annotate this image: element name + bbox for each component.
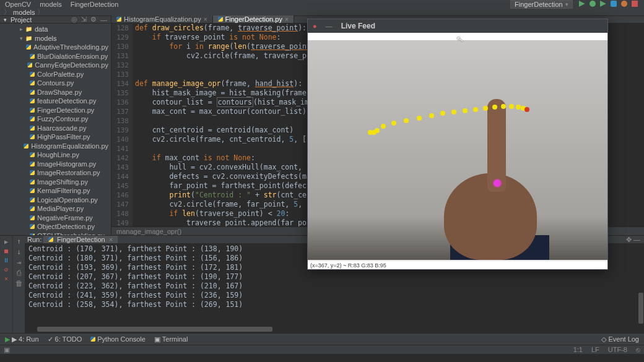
tree-file[interactable]: AdaptiveThresholding.py — [0, 43, 111, 52]
event-log[interactable]: ◇ Event Log — [601, 335, 639, 343]
wheel-icon[interactable] — [621, 1, 627, 7]
tree-file[interactable]: FuzzyContour.py — [0, 114, 111, 124]
close-window-icon[interactable]: ● — [313, 22, 317, 30]
pause-icon[interactable]: ⏸ — [3, 257, 9, 264]
tree-file[interactable]: NegativeFrame.py — [0, 213, 111, 223]
tree-file[interactable]: ImageRestoration.py — [0, 168, 111, 178]
attach-icon[interactable] — [611, 1, 617, 7]
close-icon[interactable]: × — [4, 275, 8, 282]
tree-file[interactable]: HoughLine.py — [0, 150, 111, 160]
hide-icon[interactable]: — — [100, 16, 107, 24]
tree-arrow-icon[interactable]: ▸ — [20, 26, 23, 32]
tree-file[interactable]: Haarcascade.py — [0, 124, 111, 133]
close-icon[interactable]: × — [285, 16, 289, 23]
run-icon[interactable] — [579, 1, 585, 7]
tree-file[interactable]: Contours.py — [0, 79, 111, 88]
tree-file[interactable]: MediaPlayer.py — [0, 204, 111, 213]
rerun-icon[interactable]: ▶ — [4, 238, 8, 245]
tree-file[interactable]: ColorPalette.py — [0, 70, 111, 79]
tree-label: DrawShape.py — [37, 88, 82, 96]
trail-dot — [375, 128, 380, 133]
aim-icon[interactable]: ◎ — [71, 15, 77, 24]
gear-icon[interactable]: ⚙ — [90, 15, 97, 24]
exit-icon[interactable]: ⊘ — [4, 266, 8, 273]
tree-file[interactable]: ObjectDetection.py — [0, 222, 111, 231]
tree-file[interactable]: HistogramEqualization.py — [0, 142, 111, 151]
lock-icon[interactable]: ⎋ — [636, 346, 640, 353]
caret-pos: 1:1 — [573, 346, 583, 353]
wrap-icon[interactable]: ⇥ — [17, 258, 21, 267]
run-tab[interactable]: FingerDetection × — [43, 236, 118, 243]
tool-terminal[interactable]: ▣ Terminal — [154, 335, 188, 343]
tree-file[interactable]: HighPassFilter.py — [0, 132, 111, 142]
debug-icon[interactable] — [590, 1, 596, 7]
tree-label: LogicalOperation.py — [37, 196, 98, 204]
down-icon[interactable]: ↓ — [17, 248, 21, 256]
tree-label: ObjectDetection.py — [37, 223, 95, 230]
trail-dot — [404, 118, 409, 123]
crumb-sep: 〉 — [4, 7, 11, 17]
close-icon[interactable]: × — [204, 16, 207, 23]
python-icon — [26, 45, 31, 50]
window-titlebar[interactable]: ● — Live Feed — [308, 19, 607, 33]
tree-file[interactable]: featureDetection.py — [0, 97, 111, 106]
editor-tab[interactable]: HistogramEqualization.py × — [111, 15, 213, 23]
status-bar: ▣ 1:1 LF UTF-8 ⎋ — [0, 345, 644, 354]
trash-icon[interactable]: 🗑 — [15, 279, 23, 288]
crumb-item[interactable]: models — [13, 9, 35, 16]
scrollbar-horiz[interactable] — [37, 327, 272, 332]
tool-run[interactable]: ▶ ▶ 4: Run — [5, 335, 39, 343]
tool-pyconsole[interactable]: Python Console — [90, 335, 146, 343]
run-gutter-icons: ▶ ■ ⏸ ⊘ × — [0, 236, 12, 333]
tree-label: FingerDetection.py — [37, 106, 94, 114]
nav-crumbs: 〉 models 〉 — [0, 9, 644, 16]
trail-dot — [483, 106, 488, 111]
up-icon[interactable]: ↑ — [17, 237, 21, 246]
cov-icon[interactable] — [600, 1, 606, 7]
stop-icon[interactable]: ■ — [4, 248, 8, 254]
project-header: ▾ Project ◎ ⇲ ⚙ — — [0, 16, 111, 24]
tree-label: ImageHistogram.py — [37, 160, 96, 168]
tree-folder[interactable]: ▾📁models — [0, 34, 111, 43]
status-square-icon[interactable]: ▣ — [4, 346, 10, 354]
tree-file[interactable]: BlurDialationErosion.py — [0, 52, 111, 61]
print-icon[interactable]: ⎙ — [17, 269, 21, 277]
python-icon — [30, 206, 35, 211]
tree-file[interactable]: FingerDetection.py — [0, 106, 111, 115]
close-icon[interactable]: × — [109, 236, 113, 243]
tree-label: HoughLine.py — [37, 151, 79, 158]
tree-arrow-icon[interactable]: ▾ — [20, 35, 23, 41]
minimize-window-icon[interactable]: — — [326, 22, 333, 30]
menu-item[interactable]: FingerDetection — [71, 1, 119, 8]
tree-folder[interactable]: ▸📁data — [0, 25, 111, 34]
stop-icon[interactable] — [632, 1, 638, 7]
python-icon — [116, 17, 121, 22]
tree-file[interactable]: CannyEdgeDetection.py — [0, 61, 111, 70]
project-tree[interactable]: ▸📁data▾📁modelsAdaptiveThresholding.pyBlu… — [0, 24, 111, 235]
run-side-icons: ↑ ↓ ⇥ ⎙ 🗑 — [12, 236, 25, 333]
tree-file[interactable]: OTSUThresholding.py — [0, 231, 111, 236]
python-icon — [30, 170, 35, 175]
tree-file[interactable]: LogicalOperation.py — [0, 196, 111, 205]
python-icon — [30, 179, 35, 184]
tool-todo[interactable]: ✓ 6: TODO — [48, 335, 82, 343]
tree-label: ImageRestoration.py — [37, 169, 100, 176]
run-gear-icon[interactable]: ✥ — — [622, 236, 644, 244]
trail-dot — [492, 105, 497, 110]
encoding[interactable]: UTF-8 — [608, 346, 627, 353]
line-sep[interactable]: LF — [591, 346, 599, 353]
trail-dot — [509, 104, 514, 109]
run-config-combo[interactable]: FingerDetection ▾ — [510, 0, 573, 9]
tree-file[interactable]: ImageShifting.py — [0, 178, 111, 187]
python-icon — [24, 144, 28, 149]
python-icon — [30, 134, 35, 139]
live-feed-window[interactable]: ● — Live Feed (x=367, y=2) ~ R:83 G:83 B… — [307, 19, 608, 270]
tree-file[interactable]: KernalFiltering.py — [0, 186, 111, 196]
project-arrow-icon[interactable]: ▾ — [4, 17, 7, 23]
tree-file[interactable]: ImageHistogram.py — [0, 160, 111, 169]
window-title: Live Feed — [341, 22, 375, 30]
tree-file[interactable]: DrawShape.py — [0, 88, 111, 97]
editor-tab[interactable]: FingerDetection.py × — [213, 15, 294, 23]
scrollbar-vert[interactable] — [638, 293, 643, 324]
collapse-icon[interactable]: ⇲ — [81, 15, 87, 24]
